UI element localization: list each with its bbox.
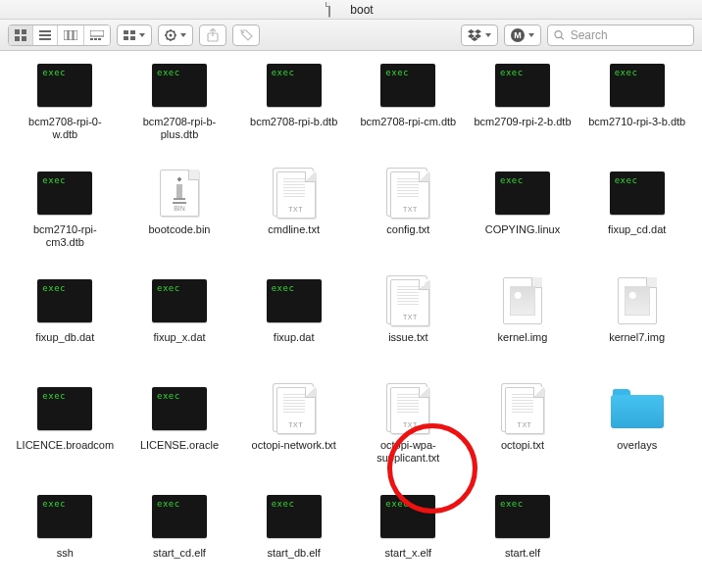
svg-line-27 <box>174 30 175 31</box>
file-item[interactable]: TXToctopi-network.txt <box>238 384 349 476</box>
dropbox-icon <box>468 29 481 41</box>
file-item[interactable]: LICENCE.broadcom <box>10 384 121 476</box>
svg-point-19 <box>170 33 173 36</box>
file-label: bootcode.bin <box>148 223 210 236</box>
file-label: ssh <box>57 547 74 560</box>
view-icons-button[interactable] <box>9 25 33 45</box>
file-label: LICENSE.oracle <box>140 439 219 452</box>
file-item[interactable]: fixup_db.dat <box>10 276 121 368</box>
file-label: config.txt <box>386 223 429 236</box>
file-item[interactable]: fixup_cd.dat <box>581 169 692 261</box>
file-item[interactable]: fixup_x.dat <box>125 276 235 368</box>
exec-icon <box>610 64 665 107</box>
exec-icon <box>267 64 322 107</box>
file-item[interactable]: COPYING.linux <box>468 169 578 261</box>
file-item[interactable]: bcm2708-rpi-b.dtb <box>238 61 349 153</box>
exec-icon <box>152 64 207 107</box>
svg-rect-11 <box>90 38 93 40</box>
chevron-down-icon <box>180 33 186 37</box>
txt-file-icon: TXT <box>390 387 429 434</box>
file-label: bcm2709-rpi-2-b.dtb <box>474 116 571 128</box>
file-label: octopi-wpa-supplicant.txt <box>359 439 457 465</box>
file-label: fixup_x.dat <box>153 331 205 344</box>
file-item[interactable]: bcm2710-rpi-3-b.dtb <box>581 61 692 153</box>
window-title: boot <box>350 3 373 17</box>
mega-icon: M <box>511 28 525 42</box>
file-item[interactable]: bcm2709-rpi-2-b.dtb <box>468 61 578 153</box>
svg-rect-6 <box>39 38 51 40</box>
svg-point-31 <box>555 30 562 37</box>
file-label: fixup_cd.dat <box>608 223 666 236</box>
tags-button[interactable] <box>232 24 260 46</box>
exec-icon <box>37 495 92 538</box>
exec-icon <box>380 495 435 538</box>
file-item[interactable]: start_cd.elf <box>125 492 235 584</box>
img-file-icon <box>503 277 542 324</box>
file-item[interactable]: kernel.img <box>468 276 578 368</box>
file-item[interactable]: TXToctopi.txt <box>468 384 578 476</box>
file-label: fixup.dat <box>274 331 315 344</box>
view-gallery-button[interactable] <box>84 25 110 45</box>
dropbox-button[interactable] <box>461 24 498 46</box>
file-label: cmdline.txt <box>268 223 320 236</box>
action-menu-button[interactable] <box>158 24 193 46</box>
file-item[interactable]: start_x.elf <box>353 492 464 584</box>
svg-rect-3 <box>22 36 26 41</box>
chevron-down-icon <box>139 33 145 37</box>
view-switcher[interactable] <box>8 24 111 46</box>
search-input[interactable] <box>569 27 687 43</box>
svg-rect-5 <box>39 34 51 36</box>
file-label: kernel.img <box>498 331 548 344</box>
file-label: bcm2710-rpi-3-b.dtb <box>588 116 685 128</box>
file-item[interactable]: bcm2710-rpi-cm3.dtb <box>10 169 121 261</box>
search-field[interactable] <box>547 24 694 46</box>
file-label: bcm2708-rpi-cm.dtb <box>360 116 456 128</box>
arrange-button[interactable] <box>117 24 152 46</box>
file-item[interactable]: LICENSE.oracle <box>125 384 235 476</box>
file-item[interactable]: fixup.dat <box>238 276 349 368</box>
chevron-down-icon <box>485 33 491 37</box>
file-item[interactable]: start_db.elf <box>238 492 349 584</box>
file-label: issue.txt <box>388 331 427 344</box>
svg-rect-17 <box>130 36 135 40</box>
exec-icon <box>495 64 550 107</box>
view-list-button[interactable] <box>33 25 58 45</box>
exec-icon <box>37 64 92 107</box>
file-label: fixup_db.dat <box>35 331 94 344</box>
txt-file-icon: TXT <box>505 387 544 434</box>
file-item[interactable]: TXTcmdline.txt <box>238 169 349 261</box>
folder-icon <box>611 389 664 428</box>
gear-icon <box>165 29 176 41</box>
svg-rect-9 <box>74 30 77 40</box>
svg-rect-16 <box>124 36 128 40</box>
file-item[interactable]: bcm2708-rpi-b-plus.dtb <box>125 61 235 153</box>
file-item[interactable]: bcm2708-rpi-cm.dtb <box>353 61 464 153</box>
file-item[interactable]: bcm2708-rpi-0-w.dtb <box>10 61 121 153</box>
svg-line-32 <box>561 36 564 39</box>
file-item[interactable]: kernel7.img <box>581 276 692 368</box>
svg-rect-13 <box>98 38 101 40</box>
exec-icon <box>267 495 322 538</box>
file-item[interactable]: TXToctopi-wpa-supplicant.txt <box>353 384 464 476</box>
file-item[interactable]: TXTissue.txt <box>353 276 464 368</box>
svg-rect-14 <box>124 30 128 34</box>
mega-button[interactable]: M <box>504 24 541 46</box>
exec-icon <box>152 387 207 430</box>
file-label: start_cd.elf <box>153 547 206 560</box>
view-columns-button[interactable] <box>58 25 84 45</box>
search-icon <box>554 29 565 41</box>
share-button[interactable] <box>199 24 226 46</box>
file-item[interactable]: TXTconfig.txt <box>353 169 464 261</box>
file-item[interactable]: ssh <box>10 492 121 584</box>
file-label: octopi-network.txt <box>252 439 336 452</box>
exec-icon <box>152 279 207 322</box>
file-item[interactable]: start.elf <box>468 492 578 584</box>
window-titlebar: boot <box>0 0 702 20</box>
file-item[interactable]: overlays <box>581 384 692 476</box>
file-label: start.elf <box>505 547 540 560</box>
file-item[interactable]: BINbootcode.bin <box>125 169 235 261</box>
svg-rect-0 <box>15 29 20 34</box>
chevron-down-icon <box>528 33 534 37</box>
svg-rect-10 <box>90 30 104 36</box>
finder-toolbar: M <box>0 20 702 51</box>
